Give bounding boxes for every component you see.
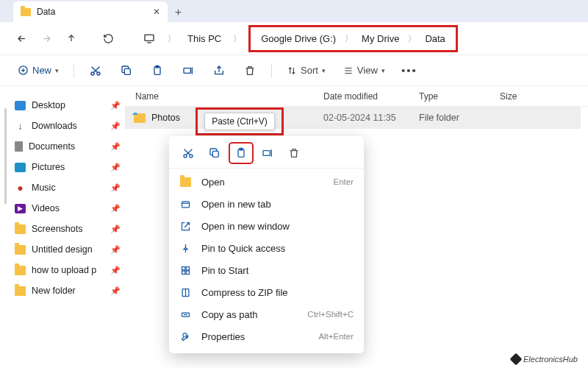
ctx-delete-button[interactable] [282, 143, 306, 163]
tab-bar: Data ✕ ＋ [0, 0, 588, 22]
videos-icon: ▶ [15, 204, 26, 213]
ctx-label: Pin to Start [201, 265, 248, 276]
ctx-open-tab[interactable]: Open in new tab [169, 193, 364, 215]
sidebar-item-label: New folder [32, 286, 76, 296]
close-tab-icon[interactable]: ✕ [153, 7, 160, 17]
breadcrumb-drive[interactable]: Google Drive (G:) [257, 30, 340, 47]
svg-rect-13 [263, 151, 270, 156]
ctx-copy-button[interactable] [203, 143, 226, 163]
forward-button[interactable] [35, 27, 57, 49]
shortcut: Enter [334, 177, 354, 186]
pin-icon [179, 243, 191, 254]
svg-rect-16 [186, 266, 189, 269]
sidebar-item-untitled[interactable]: Untitled design📌 [15, 239, 125, 260]
cloud-folder-icon [134, 113, 146, 123]
file-row-photos[interactable]: Photos 02-05-2024 11:35 File folder [125, 107, 581, 129]
back-button[interactable] [10, 27, 32, 49]
sidebar-item-pictures[interactable]: Pictures📌 [15, 157, 125, 177]
sidebar-item-label: Desktop [32, 100, 65, 110]
svg-point-2 [91, 72, 94, 75]
separator [74, 63, 74, 78]
ctx-paste-button[interactable] [229, 143, 253, 163]
sidebar-item-downloads[interactable]: ↓Downloads📌 [15, 116, 125, 136]
new-label: New [32, 65, 51, 76]
folder-icon [15, 286, 26, 296]
refresh-button[interactable] [97, 27, 119, 49]
tab-title: Data [37, 7, 55, 17]
folder-icon [15, 266, 26, 275]
separator [169, 168, 364, 169]
paste-button[interactable] [145, 60, 170, 82]
view-button[interactable]: View ▾ [337, 60, 391, 82]
ctx-compress[interactable]: Compress to ZIP file [169, 281, 364, 303]
pin-icon: 📌 [110, 224, 121, 234]
chevron-right-icon: 〉 [404, 33, 420, 44]
shortcut: Ctrl+Shift+C [307, 310, 354, 319]
sidebar-item-desktop[interactable]: Desktop📌 [15, 95, 125, 116]
svg-rect-7 [184, 68, 190, 73]
ctx-copy-path[interactable]: Copy as pathCtrl+Shift+C [169, 303, 364, 325]
breadcrumb-root[interactable]: This PC [183, 30, 226, 47]
view-label: View [357, 65, 378, 76]
sidebar-item-label: Untitled design [32, 244, 93, 255]
new-tab-button[interactable]: ＋ [168, 1, 188, 22]
svg-rect-15 [182, 266, 184, 269]
col-name[interactable]: Name [125, 91, 323, 102]
scrollbar[interactable] [4, 108, 7, 204]
sort-button[interactable]: Sort ▾ [281, 60, 331, 82]
sidebar-item-label: Documents [29, 141, 75, 152]
chevron-right-icon: 〉 [229, 33, 245, 44]
pc-icon[interactable] [138, 27, 160, 49]
new-button[interactable]: New ▾ [12, 60, 65, 82]
sidebar-item-music[interactable]: ●Music📌 [15, 177, 125, 198]
sidebar-item-documents[interactable]: Documents📌 [15, 136, 125, 157]
separator [271, 63, 272, 78]
sidebar-item-howto[interactable]: how to upload p📌 [15, 260, 125, 280]
open-icon [179, 177, 191, 187]
col-date[interactable]: Date modified [323, 91, 419, 102]
ctx-properties[interactable]: PropertiesAlt+Enter [169, 325, 364, 347]
copy-button[interactable] [114, 60, 139, 82]
pin-icon: 📌 [110, 266, 121, 275]
pin-icon: 📌 [110, 163, 121, 172]
pin-icon: 📌 [110, 142, 121, 152]
chevron-down-icon: ▾ [381, 67, 385, 74]
ctx-open-window[interactable]: Open in new window [169, 215, 364, 237]
zip-icon [179, 287, 191, 298]
chevron-down-icon: ▾ [322, 67, 326, 74]
ctx-pin-start[interactable]: Pin to Start [169, 259, 364, 281]
rename-button[interactable] [176, 60, 201, 82]
ctx-rename-button[interactable] [256, 143, 279, 163]
pictures-icon [15, 163, 26, 172]
cut-button[interactable] [83, 60, 108, 82]
ctx-cut-button[interactable] [176, 143, 200, 163]
folder-icon [15, 245, 26, 255]
wrench-icon [179, 331, 191, 342]
sidebar-item-label: Videos [32, 203, 60, 213]
ctx-label: Open [201, 177, 225, 188]
more-button[interactable]: ••• [397, 60, 422, 82]
pin-icon: 📌 [110, 183, 121, 193]
up-button[interactable] [60, 27, 82, 49]
chevron-down-icon: ▾ [55, 67, 59, 74]
ctx-pin-quickaccess[interactable]: Pin to Quick access [169, 237, 364, 259]
pin-icon: 📌 [110, 121, 121, 131]
breadcrumb-data[interactable]: Data [420, 30, 449, 47]
sidebar-item-newfolder[interactable]: New folder📌 [15, 280, 125, 301]
svg-point-3 [97, 72, 100, 75]
delete-button[interactable] [237, 60, 262, 82]
sidebar-item-screenshots[interactable]: Screenshots📌 [15, 219, 125, 239]
svg-rect-14 [182, 201, 189, 207]
col-size[interactable]: Size [500, 91, 588, 102]
sidebar-item-label: Screenshots [32, 224, 82, 234]
pin-icon: 📌 [110, 245, 121, 255]
window-tab[interactable]: Data ✕ [13, 1, 168, 22]
sidebar-item-videos[interactable]: ▶Videos📌 [15, 198, 125, 219]
col-type[interactable]: Type [419, 91, 500, 102]
watermark-text: ElectronicsHub [523, 355, 578, 364]
path-icon [179, 309, 191, 320]
ctx-open[interactable]: OpenEnter [169, 171, 364, 193]
share-button[interactable] [207, 60, 232, 82]
pin-icon: 📌 [110, 286, 121, 296]
breadcrumb-mydrive[interactable]: My Drive [357, 30, 404, 47]
